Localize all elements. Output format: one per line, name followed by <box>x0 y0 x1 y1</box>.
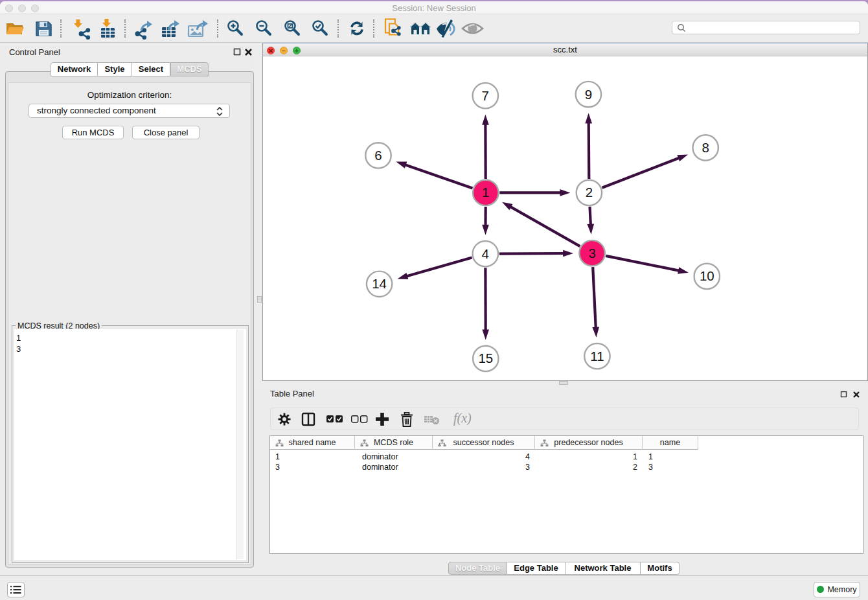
svg-text:14: 14 <box>372 276 387 291</box>
svg-text:3: 3 <box>588 246 595 260</box>
svg-text:8: 8 <box>702 140 709 155</box>
svg-text:1: 1 <box>482 185 489 200</box>
svg-text:4: 4 <box>482 246 489 261</box>
svg-text:11: 11 <box>590 349 604 363</box>
svg-text:6: 6 <box>374 148 382 163</box>
svg-text:2: 2 <box>586 185 593 200</box>
svg-text:15: 15 <box>478 351 493 365</box>
svg-text:9: 9 <box>585 87 592 102</box>
svg-text:7: 7 <box>482 88 489 103</box>
svg-text:10: 10 <box>700 268 714 283</box>
